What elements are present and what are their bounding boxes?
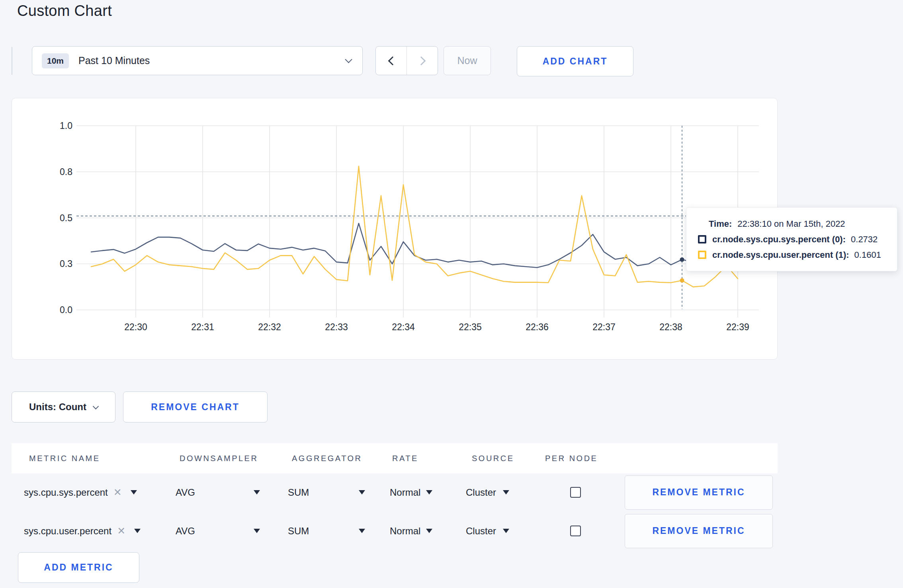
chevron-left-icon: [388, 56, 397, 65]
metric-row: sys.cpu.sys.percent ✕ AVG SUM Normal Clu…: [12, 473, 778, 511]
caret-down-icon: [134, 529, 141, 533]
aggregator-select[interactable]: SUM: [288, 487, 390, 498]
rate-value: Normal: [390, 526, 420, 537]
chevron-down-icon: [93, 403, 99, 409]
tooltip-series-value: 0.1601: [854, 250, 881, 260]
add-metric-button[interactable]: ADD METRIC: [18, 552, 139, 583]
cpu-chart-svg[interactable]: 0.00.30.50.81.022:3022:3122:3222:3322:34…: [12, 98, 778, 360]
aggregator-select[interactable]: SUM: [288, 526, 390, 537]
svg-text:22:39: 22:39: [726, 322, 749, 332]
metric-name-value: sys.cpu.sys.percent: [24, 487, 108, 498]
svg-text:0.8: 0.8: [60, 167, 72, 177]
svg-text:22:33: 22:33: [325, 322, 348, 332]
remove-metric-button[interactable]: REMOVE METRIC: [625, 475, 773, 510]
caret-down-icon: [254, 529, 260, 533]
aggregator-value: SUM: [288, 526, 309, 537]
metric-name-select[interactable]: sys.cpu.user.percent ✕: [24, 526, 176, 537]
tooltip-time-label: Time:: [709, 219, 732, 229]
svg-text:1.0: 1.0: [60, 121, 72, 131]
metrics-table-header: METRIC NAME DOWNSAMPLER AGGREGATOR RATE …: [12, 443, 778, 473]
caret-down-icon: [359, 490, 365, 495]
chevron-right-icon: [416, 56, 426, 65]
page-title: Custom Chart: [17, 2, 112, 19]
series-swatch-icon: [698, 251, 706, 259]
chart-tooltip: Time:22:38:10 on Mar 15th, 2022 cr.node.…: [686, 207, 897, 271]
downsampler-select[interactable]: AVG: [176, 526, 288, 537]
source-select[interactable]: Cluster: [466, 487, 545, 498]
caret-down-icon: [426, 490, 432, 495]
svg-text:22:37: 22:37: [592, 322, 616, 332]
add-chart-button[interactable]: ADD CHART: [517, 46, 633, 76]
tooltip-time-value: 22:38:10 on Mar 15th, 2022: [737, 219, 845, 229]
svg-text:22:38: 22:38: [659, 322, 682, 332]
source-select[interactable]: Cluster: [466, 526, 545, 537]
now-button[interactable]: Now: [444, 46, 491, 75]
time-range-label: Past 10 Minutes: [78, 55, 150, 66]
close-icon[interactable]: ✕: [113, 487, 122, 497]
svg-text:22:35: 22:35: [459, 322, 482, 332]
tooltip-series-name: cr.node.sys.cpu.sys.percent (0):: [712, 234, 846, 245]
toolbar-divider: [12, 47, 12, 75]
time-pager: [375, 46, 438, 75]
caret-down-icon: [359, 529, 365, 533]
source-value: Cluster: [466, 526, 496, 537]
time-range-badge: 10m: [42, 53, 69, 68]
aggregator-value: SUM: [288, 487, 309, 498]
remove-chart-button[interactable]: REMOVE CHART: [123, 391, 268, 423]
caret-down-icon: [503, 490, 509, 495]
tooltip-time-row: Time:22:38:10 on Mar 15th, 2022: [709, 219, 889, 229]
svg-text:0.3: 0.3: [60, 259, 72, 269]
tooltip-series-name: cr.node.sys.cpu.user.percent (1):: [712, 250, 849, 260]
chevron-down-icon: [345, 56, 352, 63]
svg-text:22:34: 22:34: [392, 322, 415, 332]
time-prev-button[interactable]: [376, 47, 407, 75]
metrics-table: METRIC NAME DOWNSAMPLER AGGREGATOR RATE …: [12, 443, 778, 549]
svg-text:22:31: 22:31: [191, 322, 214, 332]
col-header-aggregator: AGGREGATOR: [288, 454, 390, 463]
rate-select[interactable]: Normal: [390, 526, 466, 537]
series-swatch-icon: [698, 235, 706, 243]
rate-select[interactable]: Normal: [390, 487, 466, 498]
downsampler-value: AVG: [176, 487, 195, 498]
tooltip-series-value: 0.2732: [851, 234, 878, 245]
rate-value: Normal: [390, 487, 420, 498]
col-header-metric-name: METRIC NAME: [24, 454, 176, 463]
per-node-checkbox[interactable]: [570, 526, 581, 536]
time-next-button[interactable]: [407, 47, 438, 75]
metric-name-select[interactable]: sys.cpu.sys.percent ✕: [24, 487, 176, 498]
svg-text:0.0: 0.0: [60, 305, 72, 315]
source-value: Cluster: [466, 487, 496, 498]
per-node-checkbox[interactable]: [570, 487, 581, 498]
tooltip-series-row: cr.node.sys.cpu.sys.percent (0): 0.2732: [698, 234, 889, 245]
chart-card: 0.00.30.50.81.022:3022:3122:3222:3322:34…: [12, 98, 778, 360]
metric-name-value: sys.cpu.user.percent: [24, 526, 111, 537]
tooltip-series-row: cr.node.sys.cpu.user.percent (1): 0.1601: [698, 250, 889, 260]
svg-text:22:32: 22:32: [258, 322, 281, 332]
svg-text:0.5: 0.5: [60, 213, 72, 223]
time-range-selector[interactable]: 10m Past 10 Minutes: [32, 46, 363, 75]
col-header-source: SOURCE: [466, 454, 545, 463]
svg-text:22:30: 22:30: [124, 322, 147, 332]
caret-down-icon: [131, 490, 137, 495]
caret-down-icon: [503, 529, 509, 533]
col-header-downsampler: DOWNSAMPLER: [176, 454, 288, 463]
units-selector[interactable]: Units: Count: [12, 391, 115, 423]
close-icon[interactable]: ✕: [117, 526, 125, 536]
per-node-cell: [545, 526, 606, 536]
col-header-rate: RATE: [390, 454, 466, 463]
remove-metric-button[interactable]: REMOVE METRIC: [625, 514, 773, 548]
caret-down-icon: [426, 529, 432, 533]
per-node-cell: [545, 487, 606, 498]
downsampler-select[interactable]: AVG: [176, 487, 288, 498]
metric-row: sys.cpu.user.percent ✕ AVG SUM Normal Cl…: [12, 513, 778, 549]
custom-chart-page: Custom Chart 10m Past 10 Minutes Now ADD…: [0, 0, 903, 588]
caret-down-icon: [254, 490, 260, 495]
units-label: Units: Count: [29, 401, 86, 413]
col-header-per-node: PER NODE: [545, 454, 606, 463]
svg-text:22:36: 22:36: [526, 322, 549, 332]
downsampler-value: AVG: [176, 526, 195, 537]
